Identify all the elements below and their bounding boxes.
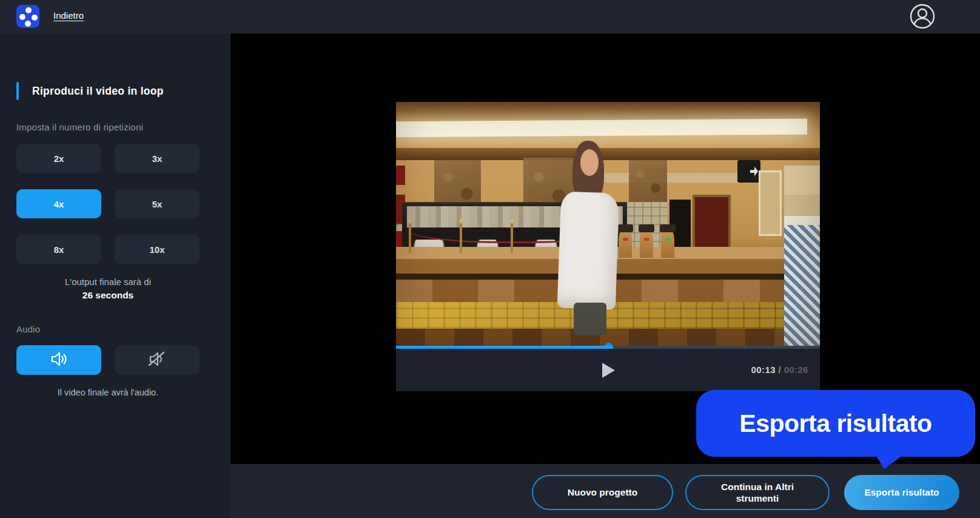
- logo-dot: [32, 15, 38, 21]
- audio-label: Audio: [16, 324, 40, 334]
- scene-stanchion: [511, 219, 513, 253]
- scene-stanchion: [409, 219, 411, 253]
- logo-dot: [25, 7, 32, 13]
- page-title-row: Riproduci il video in loop: [16, 82, 164, 100]
- total-time: 00:26: [784, 365, 808, 375]
- footer-bar: Nuovo progetto Continua in Altri strumen…: [230, 464, 980, 518]
- sidebar: Riproduci il video in loop Imposta il nu…: [0, 33, 230, 518]
- current-time: 00:13: [751, 365, 776, 375]
- output-duration-text: L'output finale sarà di: [16, 277, 200, 287]
- play-icon: [601, 371, 616, 380]
- repeat-8x-button[interactable]: 8x: [16, 235, 101, 264]
- header: Indietro: [0, 0, 980, 33]
- repeat-4x-button[interactable]: 4x: [16, 189, 101, 218]
- player-controls: 00:13 / 00:26: [396, 349, 820, 391]
- scene-fluorescent-light: [396, 119, 807, 138]
- scene-tiled-pillar: [784, 166, 820, 346]
- scene-door: [693, 195, 731, 253]
- speaker-muted-icon: [148, 351, 166, 369]
- audio-options: [16, 345, 200, 375]
- video-player: 00:13 / 00:26: [396, 102, 820, 391]
- video-frame[interactable]: [396, 102, 820, 346]
- scene-stanchion: [460, 219, 462, 253]
- clideo-dots-logo[interactable]: [16, 5, 39, 28]
- scene-woman-skirt: [574, 303, 606, 335]
- scene-exit-sign: [737, 160, 760, 182]
- output-duration-value: 26 seconds: [16, 290, 200, 301]
- scene-woman-face: [580, 149, 599, 176]
- repeat-3x-button[interactable]: 3x: [115, 144, 200, 173]
- logo-dot: [19, 14, 25, 20]
- repeat-5x-button[interactable]: 5x: [115, 189, 200, 218]
- play-button[interactable]: [601, 362, 616, 378]
- scene-poster: [629, 160, 667, 206]
- page-title: Riproduci il video in loop: [32, 85, 164, 98]
- export-tooltip: Esporta risultato: [696, 390, 975, 457]
- repeat-10x-button[interactable]: 10x: [115, 235, 200, 264]
- export-button[interactable]: Esporta risultato: [844, 475, 959, 510]
- scene-woman: [555, 141, 623, 346]
- audio-note: Il video finale avrà l'audio.: [7, 388, 209, 397]
- logo-dot: [25, 21, 31, 27]
- new-project-button[interactable]: Nuovo progetto: [532, 475, 673, 510]
- export-tooltip-label: Esporta risultato: [739, 409, 931, 438]
- audio-off-button[interactable]: [115, 345, 200, 375]
- export-button-label: Esporta risultato: [864, 486, 939, 498]
- scene-turnstile: [640, 229, 653, 258]
- repetitions-label: Imposta il numero di ripetizioni: [16, 122, 143, 132]
- audio-on-button[interactable]: [16, 345, 101, 375]
- continue-label-line1: Continua in Altri: [721, 481, 794, 493]
- scene-framed-poster: [759, 170, 782, 237]
- user-avatar-icon[interactable]: [909, 3, 936, 30]
- scene-woman-shirt: [557, 191, 619, 310]
- back-link[interactable]: Indietro: [53, 10, 84, 21]
- continue-other-tools-button[interactable]: Continua in Altri strumenti: [685, 475, 830, 510]
- repetition-options: 2x 3x 4x 5x 8x 10x: [16, 144, 200, 264]
- tooltip-tail: [876, 456, 902, 469]
- scene-turnstile: [661, 229, 674, 258]
- time-display: 00:13 / 00:26: [751, 365, 808, 375]
- title-accent-bar: [16, 82, 19, 100]
- app-root: Indietro Riproduci il video in loop Impo…: [0, 0, 980, 518]
- time-separator: /: [776, 365, 784, 375]
- scene-shape: [396, 166, 405, 185]
- repeat-2x-button[interactable]: 2x: [16, 144, 101, 173]
- continue-label-line2: strumenti: [736, 493, 779, 504]
- speaker-on-icon: [50, 351, 68, 369]
- new-project-label: Nuovo progetto: [568, 486, 637, 498]
